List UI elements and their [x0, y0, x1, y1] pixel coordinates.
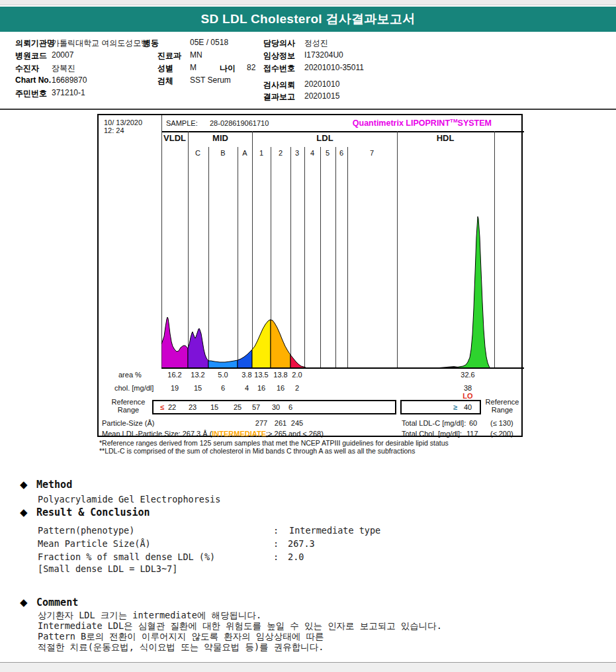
chol-value: 19 [171, 384, 179, 392]
info-value: 20201010-35011 [304, 63, 364, 72]
ldl-reference-box: ≤ 22 23 15 25 57 30 6 [152, 400, 396, 414]
brand-main: Quantimetrix LIPOPRINT [353, 119, 450, 128]
area-value: 3.8 [242, 371, 251, 379]
ref-value: 6 [288, 403, 292, 411]
info-label: 담당의사 [263, 38, 295, 49]
ref-row-label-right: Range [492, 406, 513, 414]
info-label: 병동 [143, 38, 159, 49]
info-label: 검사의뢰 [263, 79, 295, 91]
comment-heading: Comment [36, 597, 78, 608]
info-value: 82 [247, 63, 255, 72]
chol-value: 16 [257, 384, 265, 392]
result-heading: Result & Conclusion [36, 506, 150, 518]
info-label: 주민번호 [15, 88, 47, 99]
info-value: 장복진 [52, 63, 75, 74]
result-note: [Small dense LDL = LDL3~7] [38, 563, 177, 574]
diamond-bullet-icon: ◆ [20, 479, 28, 491]
info-label: 검체 [157, 75, 173, 87]
result-row-value: Intermediate type [289, 525, 380, 536]
total-ldl-value: 60 [469, 419, 477, 427]
particle-size-label: Particle-Size (Å) [102, 419, 154, 427]
info-label: 임상정보 [263, 50, 295, 62]
sample-label: SAMPLE: [166, 119, 198, 127]
particle-size-value: 277 [255, 419, 267, 427]
info-value: 16689870 [52, 75, 87, 85]
ref-value: 22 [168, 403, 176, 411]
result-row-label: Fraction % of small dense LDL (%) [38, 552, 215, 562]
mean-size-row: Mean LDL-Particle Size: 267.3 Å (INTERME… [102, 430, 324, 438]
comment-line: 적절한 치료(운동요법, 식이요법 또는 약물요법 등)를 권유합니다. [38, 642, 324, 653]
particle-size-value: 261 [275, 419, 286, 427]
info-value: 20007 [52, 50, 73, 60]
area-value: 16.2 [167, 371, 181, 379]
lipoprint-chart: 10/ 13/2020 12: 24 SAMPLE: 28-0286190617… [97, 114, 523, 437]
info-label: 진료과 [157, 50, 181, 62]
ldl1-peak [252, 320, 271, 368]
info-label: 나이 [220, 63, 236, 74]
info-value: 05E / 0518 [190, 38, 228, 47]
mid-c-peak [188, 328, 208, 368]
report-title-bar: SD LDL Cholesterol 검사결과보고서 [0, 7, 616, 32]
section-divider [0, 109, 616, 110]
info-label: 의뢰기관명 [15, 38, 55, 49]
chol-value: 2 [295, 384, 299, 392]
mean-size-pattern: INTERMEDIATE [212, 430, 266, 438]
total-ldl-ref: (≤ 130) [490, 419, 513, 427]
result-row-value: 267.3 [288, 538, 315, 549]
area-value: 5.0 [218, 371, 228, 379]
footnote: **LDL-C is comprised of the sum of chole… [99, 447, 415, 455]
method-heading: Method [36, 479, 72, 491]
plot-baseline [161, 367, 524, 369]
scrollbar-track[interactable] [0, 662, 616, 672]
ref-value: 23 [189, 403, 197, 411]
footnote: *Reference ranges derived from 125 serum… [99, 439, 449, 447]
info-label: 병원코드 [15, 50, 47, 62]
info-value: 정성진 [304, 38, 328, 49]
method-body: Polyacrylamide Gel Electrophoresis [38, 494, 220, 504]
vldl-peak [161, 317, 188, 368]
chol-value: 4 [245, 384, 249, 392]
total-chol-label: Total Chol. [mg/dl]: [402, 430, 462, 438]
chol-value: 6 [221, 384, 225, 392]
chol-value-hdl: 38 [464, 384, 472, 392]
info-label: 결과보고 [263, 91, 295, 103]
brand-logo: Quantimetrix LIPOPRINTTMSYSTEM [353, 118, 492, 128]
ref-value: 25 [234, 403, 242, 411]
info-value: M [190, 63, 197, 72]
result-row-sep: : [273, 538, 279, 549]
ref-row-label: Range [118, 406, 139, 414]
result-row-sep: : [273, 552, 279, 562]
info-value: SST Serum [190, 75, 231, 85]
result-row-sep: : [273, 525, 279, 536]
info-label: Chart No. [15, 75, 51, 85]
info-value: 20201010 [304, 79, 339, 89]
chol-value: 15 [194, 384, 202, 392]
hdl-reference-box: ≥ 40 [400, 400, 481, 414]
ref-value: 30 [272, 403, 280, 411]
ref-row-label-right: Reference [486, 398, 519, 406]
chart-time: 12: 24 [104, 126, 124, 134]
info-label: 수진자 [15, 63, 39, 74]
info-label: 접수번호 [263, 63, 295, 74]
info-value: I173204U0 [304, 50, 343, 60]
chol-value: 16 [277, 384, 285, 392]
chol-row-label: chol. [mg/dl] [114, 384, 154, 392]
mid-a-peak [238, 350, 252, 368]
area-row-label: area % [118, 371, 142, 379]
mean-size-prefix: Mean LDL-Particle Size: 267.3 Å ( [102, 430, 212, 438]
hdl-peak [453, 216, 490, 368]
area-value: 13.8 [273, 371, 287, 379]
hdl-ref-value: 40 [464, 403, 472, 411]
info-value: 20201015 [304, 91, 339, 101]
diamond-bullet-icon: ◆ [20, 597, 28, 608]
chart-date: 10/ 13/2020 [104, 119, 142, 126]
info-label: 성별 [157, 63, 173, 74]
total-chol-value: 117 [466, 430, 478, 438]
result-row-value: 2.0 [288, 552, 304, 562]
report-page: SD LDL Cholesterol 검사결과보고서 의뢰기관명 가톨릭대학교 … [0, 0, 616, 672]
area-value: 13.2 [191, 371, 204, 379]
area-value: 13.5 [254, 371, 268, 379]
greater-equal-sign: ≥ [453, 403, 457, 411]
window-top-strip [0, 0, 616, 5]
area-value: 2.0 [292, 371, 302, 379]
